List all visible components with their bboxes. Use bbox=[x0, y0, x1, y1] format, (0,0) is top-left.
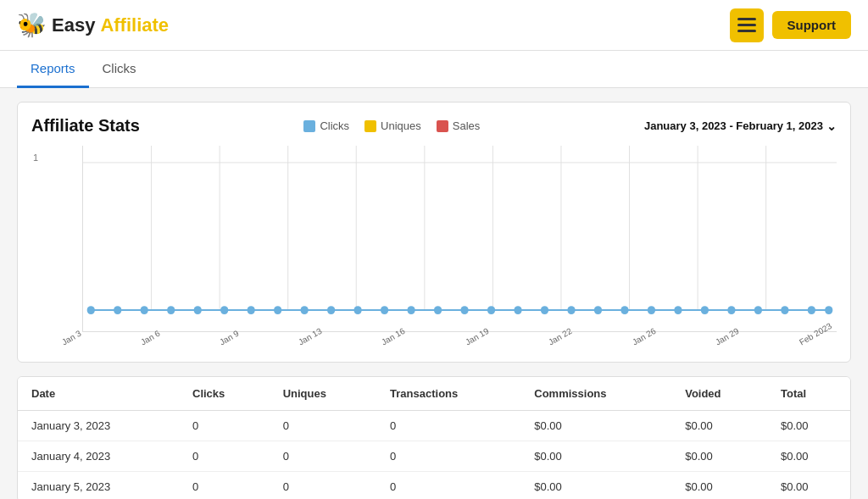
legend-sales-label: Sales bbox=[453, 119, 481, 132]
chart-area bbox=[82, 146, 837, 332]
svg-point-15 bbox=[87, 306, 95, 314]
svg-point-20 bbox=[220, 306, 228, 314]
svg-point-21 bbox=[248, 306, 255, 314]
support-button[interactable]: Support bbox=[772, 11, 852, 39]
y-axis-label: 1 bbox=[33, 152, 38, 163]
table-row: January 3, 2023000$0.00$0.00$0.00 bbox=[18, 411, 850, 441]
table-row: January 5, 2023000$0.00$0.00$0.00 bbox=[18, 472, 850, 500]
legend-sales-color bbox=[437, 120, 448, 132]
cell-3: 0 bbox=[376, 472, 520, 500]
svg-point-32 bbox=[541, 306, 548, 314]
svg-rect-0 bbox=[737, 18, 756, 20]
svg-point-28 bbox=[434, 306, 442, 314]
svg-point-16 bbox=[114, 306, 121, 314]
logo-easy: Easy bbox=[52, 14, 95, 36]
cell-0: January 3, 2023 bbox=[18, 411, 179, 441]
cell-5: $0.00 bbox=[671, 441, 767, 472]
cell-2: 0 bbox=[270, 472, 376, 500]
cell-6: $0.00 bbox=[767, 472, 850, 500]
header: 🐝 EasyAffiliate Support bbox=[0, 0, 868, 51]
menu-icon bbox=[737, 18, 756, 33]
data-table-card: Date Clicks Uniques Transactions Commiss… bbox=[17, 376, 851, 499]
legend-sales: Sales bbox=[437, 119, 481, 132]
logo-affiliate: Affiliate bbox=[100, 14, 169, 36]
stats-table: Date Clicks Uniques Transactions Commiss… bbox=[18, 377, 850, 499]
col-voided: Voided bbox=[671, 377, 767, 411]
svg-point-34 bbox=[594, 306, 602, 314]
col-date: Date bbox=[18, 377, 179, 411]
cell-6: $0.00 bbox=[767, 411, 850, 441]
svg-point-36 bbox=[648, 306, 655, 314]
cell-3: 0 bbox=[376, 411, 520, 441]
svg-point-30 bbox=[487, 306, 495, 314]
cell-0: January 4, 2023 bbox=[18, 441, 179, 472]
svg-point-29 bbox=[460, 306, 468, 314]
legend-clicks-label: Clicks bbox=[320, 119, 349, 132]
cell-4: $0.00 bbox=[520, 441, 671, 472]
bee-icon: 🐝 bbox=[17, 11, 47, 39]
svg-point-42 bbox=[808, 306, 815, 314]
stats-card: Affiliate Stats Clicks Uniques Sales Jan… bbox=[17, 102, 851, 363]
date-range-selector[interactable]: January 3, 2023 - February 1, 2023 ⌄ bbox=[644, 119, 837, 133]
legend-uniques-color bbox=[364, 120, 376, 132]
tab-clicks[interactable]: Clicks bbox=[89, 51, 150, 88]
svg-rect-1 bbox=[737, 24, 756, 26]
stats-title: Affiliate Stats bbox=[31, 116, 140, 136]
stats-header: Affiliate Stats Clicks Uniques Sales Jan… bbox=[31, 116, 837, 136]
svg-point-37 bbox=[674, 306, 682, 314]
cell-1: 0 bbox=[179, 472, 270, 500]
svg-point-22 bbox=[274, 306, 281, 314]
cell-2: 0 bbox=[270, 411, 376, 441]
svg-point-25 bbox=[353, 306, 361, 314]
col-clicks: Clicks bbox=[179, 377, 270, 411]
svg-point-23 bbox=[301, 306, 309, 314]
table-row: January 4, 2023000$0.00$0.00$0.00 bbox=[18, 441, 850, 472]
cell-5: $0.00 bbox=[671, 472, 767, 500]
main-content: Affiliate Stats Clicks Uniques Sales Jan… bbox=[0, 88, 868, 499]
svg-point-31 bbox=[514, 306, 521, 314]
cell-2: 0 bbox=[270, 441, 376, 472]
chart-legend: Clicks Uniques Sales bbox=[303, 119, 480, 132]
cell-4: $0.00 bbox=[520, 472, 671, 500]
col-uniques: Uniques bbox=[270, 377, 376, 411]
legend-uniques-label: Uniques bbox=[381, 119, 421, 132]
legend-clicks: Clicks bbox=[303, 119, 349, 132]
col-total: Total bbox=[767, 377, 850, 411]
cell-4: $0.00 bbox=[520, 411, 671, 441]
cell-1: 0 bbox=[179, 411, 270, 441]
svg-point-40 bbox=[754, 306, 762, 314]
table-header-row: Date Clicks Uniques Transactions Commiss… bbox=[18, 377, 850, 411]
svg-point-35 bbox=[620, 306, 628, 314]
svg-point-24 bbox=[327, 306, 335, 314]
svg-point-39 bbox=[727, 306, 735, 314]
svg-point-17 bbox=[141, 306, 148, 314]
svg-point-38 bbox=[701, 306, 709, 314]
tabs-nav: Reports Clicks bbox=[0, 51, 868, 88]
cell-3: 0 bbox=[376, 441, 520, 472]
logo: 🐝 EasyAffiliate bbox=[17, 11, 169, 39]
svg-rect-2 bbox=[737, 30, 756, 32]
svg-point-43 bbox=[825, 306, 832, 314]
header-actions: Support bbox=[730, 8, 852, 42]
chart-svg bbox=[83, 146, 837, 331]
col-commissions: Commissions bbox=[520, 377, 671, 411]
svg-point-18 bbox=[167, 306, 175, 314]
svg-point-27 bbox=[407, 306, 415, 314]
svg-point-19 bbox=[194, 306, 202, 314]
table-body: January 3, 2023000$0.00$0.00$0.00January… bbox=[18, 411, 850, 500]
cell-6: $0.00 bbox=[767, 441, 850, 472]
legend-uniques: Uniques bbox=[364, 119, 421, 132]
cell-1: 0 bbox=[179, 441, 270, 472]
tab-reports[interactable]: Reports bbox=[17, 51, 89, 88]
cell-5: $0.00 bbox=[671, 411, 767, 441]
svg-point-41 bbox=[781, 306, 788, 314]
col-transactions: Transactions bbox=[376, 377, 520, 411]
date-range-text: January 3, 2023 - February 1, 2023 bbox=[644, 119, 823, 132]
legend-clicks-color bbox=[303, 120, 315, 132]
svg-point-33 bbox=[567, 306, 575, 314]
icon-button[interactable] bbox=[730, 8, 764, 42]
svg-point-26 bbox=[381, 306, 388, 314]
chevron-down-icon: ⌄ bbox=[826, 119, 837, 133]
cell-0: January 5, 2023 bbox=[18, 472, 179, 500]
